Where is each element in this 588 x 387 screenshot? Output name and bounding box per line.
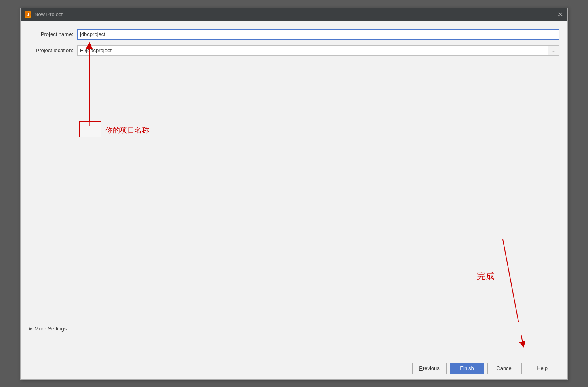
- annotation-box: [79, 121, 101, 137]
- cancel-button[interactable]: Cancel: [487, 363, 522, 374]
- project-location-input[interactable]: [77, 45, 548, 56]
- finish-button[interactable]: Finish: [450, 363, 484, 374]
- project-name-row: Project name:: [29, 29, 559, 40]
- close-button[interactable]: ✕: [557, 11, 563, 18]
- annotation-arrow-2: [466, 235, 547, 357]
- dialog-content: Project name: Project location: ... 你的项目…: [21, 21, 567, 357]
- project-location-field-group: ...: [77, 45, 559, 56]
- project-name-label: Project name:: [29, 31, 77, 37]
- dialog-footer: Previous Finish Cancel Help: [21, 357, 567, 379]
- browse-button[interactable]: ...: [548, 45, 559, 56]
- more-settings-label[interactable]: More Settings: [34, 326, 67, 332]
- previous-button[interactable]: Previous: [412, 363, 447, 374]
- svg-text:J: J: [26, 11, 29, 17]
- annotation-arrow-1: [77, 41, 101, 130]
- new-project-dialog: J New Project ✕ Project name: Project lo…: [20, 8, 568, 380]
- title-bar-left: J New Project: [25, 11, 63, 18]
- more-settings-row[interactable]: ▶ More Settings: [21, 322, 567, 335]
- project-name-input[interactable]: [77, 29, 559, 40]
- expand-icon: ▶: [29, 326, 32, 331]
- annotation-text-project-name: 你的项目名称: [105, 125, 149, 135]
- app-icon: J: [25, 11, 31, 18]
- annotation-text-finish: 完成: [477, 270, 495, 282]
- project-location-label: Project location:: [29, 47, 77, 53]
- project-location-row: Project location: ...: [29, 45, 559, 56]
- help-button[interactable]: Help: [525, 363, 559, 374]
- title-bar: J New Project ✕: [21, 8, 567, 21]
- dialog-title: New Project: [34, 11, 63, 17]
